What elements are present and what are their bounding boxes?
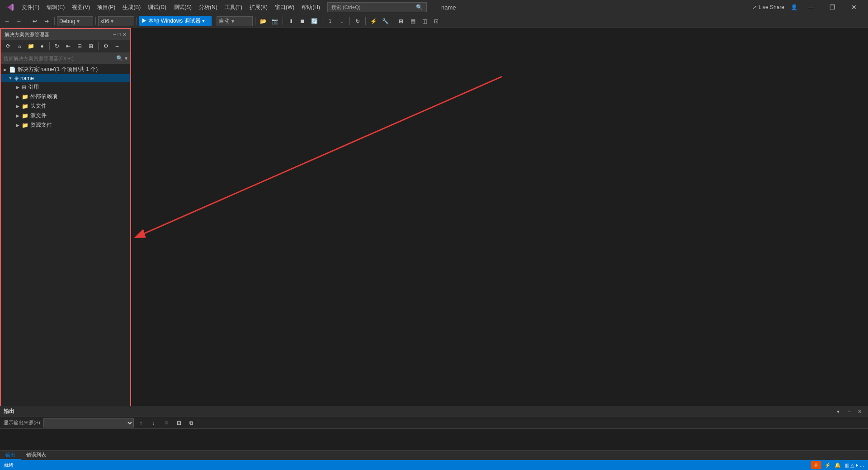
res-icon: 📁 (22, 122, 28, 128)
se-sync-btn[interactable]: ⟳ (3, 41, 14, 52)
global-search-box[interactable]: 搜索 (Ctrl+Q) 🔍 (327, 2, 427, 12)
toolbar-sep-1 (27, 17, 27, 25)
debug-config-dropdown[interactable]: Debug ▾ (57, 16, 93, 26)
output-btn-3[interactable]: ≡ (161, 418, 172, 428)
se-header: 解决方案资源管理器 − □ ✕ (1, 29, 130, 40)
toolbar-perf[interactable]: ⚡ (368, 16, 379, 27)
tree-external-deps-node[interactable]: ▶ 📁 外部依赖项 (1, 92, 130, 101)
toolbar-btn-13[interactable]: ▤ (407, 16, 418, 27)
output-float-btn[interactable]: − (844, 407, 854, 416)
tree-project-node[interactable]: ▼ ◈ name (1, 74, 130, 82)
toolbar-camera[interactable]: 📷 (269, 16, 280, 27)
output-btn-4[interactable]: ⊟ (174, 418, 184, 428)
toolbar-undo[interactable]: ↩ (29, 16, 40, 27)
menu-tools[interactable]: 工具(T) (221, 2, 246, 13)
output-btn-5[interactable]: ⧉ (186, 418, 197, 428)
ref-arrow: ▶ (15, 85, 20, 90)
menu-file[interactable]: 文件(F) (18, 2, 43, 13)
status-icons: ▥ △ ♦ … (844, 462, 864, 468)
se-settings-btn[interactable]: ⚙ (100, 41, 111, 52)
output-controls: ▾ − ✕ (834, 407, 864, 416)
tree-header-files-node[interactable]: ▶ 📁 头文件 (1, 101, 130, 111)
status-bar: 就绪 卓 ⚡ 🔔 ▥ △ ♦ … (0, 460, 868, 470)
toolbar-pause[interactable]: ⏸ (285, 16, 296, 27)
tree-source-files-node[interactable]: ▶ 📁 源文件 (1, 111, 130, 120)
vs-logo (4, 0, 16, 14)
toolbar-btn-15[interactable]: ⊡ (431, 16, 442, 27)
menu-test[interactable]: 测试(S) (170, 2, 195, 13)
toolbar-open-file[interactable]: 📂 (258, 16, 269, 27)
se-refresh-btn[interactable]: ↻ (52, 41, 62, 52)
se-pending-btn[interactable]: ⊟ (74, 41, 85, 52)
output-tab-error-list[interactable]: 错误列表 (21, 451, 52, 460)
menu-project[interactable]: 项目(P) (94, 2, 119, 13)
toolbar-sep-2 (54, 17, 55, 25)
output-title: 输出 (4, 408, 14, 415)
toolbar-sep-6 (255, 17, 255, 25)
menu-edit[interactable]: 编辑(E) (43, 2, 68, 13)
annotation-arrow (131, 28, 868, 460)
toolbar-restart[interactable]: 🔄 (309, 16, 320, 27)
ext-arrow: ▶ (15, 95, 20, 99)
se-filter-btn[interactable]: ⊞ (85, 41, 96, 52)
output-close-btn[interactable]: ✕ (855, 407, 864, 416)
toolbar-stop[interactable]: ⏹ (297, 16, 308, 27)
account-icon[interactable]: 👤 (788, 2, 800, 12)
attach-dropdown[interactable]: 自动 ▾ (217, 16, 253, 26)
toolbar-forward[interactable]: → (14, 16, 24, 27)
live-share-button[interactable]: ↗ Live Share (749, 2, 788, 12)
run-button[interactable]: ▶ 本地 Windows 调试器 ▾ (139, 16, 212, 26)
menu-build[interactable]: 生成(B) (119, 2, 144, 13)
output-btn-1[interactable]: ↑ (136, 418, 146, 428)
output-source-select[interactable] (43, 418, 134, 427)
menu-help[interactable]: 帮助(H) (298, 2, 324, 13)
tree-references-node[interactable]: ▶ ⊞ 引用 (1, 82, 130, 92)
toolbar-btn-12[interactable]: ⊞ (396, 16, 406, 27)
se-more-btn[interactable]: – (112, 41, 123, 52)
se-circle-btn[interactable]: ● (37, 41, 47, 52)
output-btn-2[interactable]: ↓ (148, 418, 159, 428)
menu-bar: 文件(F) 编辑(E) 视图(V) 项目(P) 生成(B) 调试(D) 测试(S… (18, 2, 800, 13)
se-pin-button[interactable]: − (113, 32, 116, 38)
toolbar-diag[interactable]: 🔧 (380, 16, 391, 27)
output-collapse-btn[interactable]: ▾ (834, 407, 843, 416)
se-collapse-btn[interactable]: ⇤ (63, 41, 74, 52)
toolbar-step-over[interactable]: ⤵ (325, 16, 335, 27)
live-share-icon: ↗ (752, 4, 757, 10)
ext-label: 外部依赖项 (30, 93, 57, 100)
toolbar-btn-14[interactable]: ◫ (419, 16, 430, 27)
menu-window[interactable]: 窗口(W) (271, 2, 298, 13)
solution-explorer-panel: 解决方案资源管理器 − □ ✕ ⟳ ⌂ 📁 ● ↻ ⇤ ⊟ ⊞ ⚙ – 🔍 ▾ (0, 28, 131, 460)
menu-debug[interactable]: 调试(D) (144, 2, 170, 13)
ext-icon: 📁 (22, 94, 28, 100)
platform-dropdown[interactable]: x86 ▾ (98, 16, 134, 26)
res-label: 资源文件 (30, 121, 52, 129)
restore-button[interactable]: ❐ (822, 0, 843, 14)
se-float-button[interactable]: □ (118, 32, 121, 38)
menu-view[interactable]: 视图(V) (68, 2, 94, 13)
toolbar-refresh[interactable]: ↻ (352, 16, 363, 27)
se-close-button[interactable]: ✕ (123, 32, 127, 38)
output-tab-output[interactable]: 输出 (0, 451, 21, 460)
src-arrow: ▶ (15, 114, 20, 118)
tree-resource-files-node[interactable]: ▶ 📁 资源文件 (1, 120, 130, 130)
toolbar-step-into[interactable]: ↓ (336, 16, 347, 27)
toolbar-back[interactable]: ← (2, 16, 13, 27)
close-button[interactable]: ✕ (844, 0, 864, 14)
menu-extensions[interactable]: 扩展(X) (246, 2, 271, 13)
se-search-dropdown[interactable]: ▾ (125, 55, 127, 62)
se-home-btn[interactable]: ⌂ (14, 41, 25, 52)
run-label: ▶ 本地 Windows 调试器 ▾ (142, 17, 205, 25)
se-folder-btn[interactable]: 📁 (25, 41, 36, 52)
minimize-button[interactable]: — (800, 0, 821, 14)
output-content (0, 429, 868, 450)
toolbar-sep-11 (393, 17, 393, 25)
title-bar: 文件(F) 编辑(E) 视图(V) 项目(P) 生成(B) 调试(D) 测试(S… (0, 0, 868, 14)
toolbar-redo[interactable]: ↪ (41, 16, 52, 27)
se-search-bar[interactable]: 🔍 ▾ (1, 53, 130, 64)
menu-analyze[interactable]: 分析(N) (195, 2, 221, 13)
se-search-icon: 🔍 (116, 55, 123, 62)
tree-solution-node: ▶ 📄 解决方案'name'(1 个项目/共 1 个) (1, 65, 130, 74)
se-search-input[interactable] (4, 56, 114, 61)
toolbar-sep-5 (214, 17, 214, 25)
